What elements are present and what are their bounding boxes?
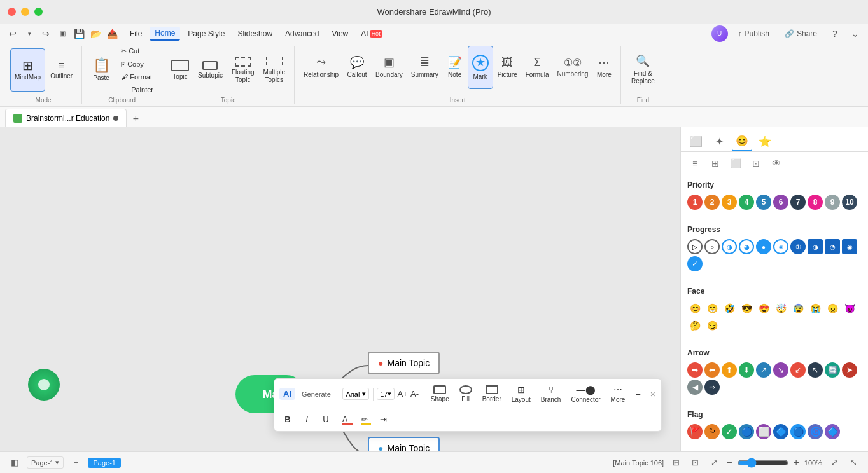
more-insert-button[interactable]: ⋯ More [592, 46, 615, 89]
ai-assistant[interactable] [28, 369, 60, 401]
font-color-button[interactable]: A [337, 411, 353, 427]
tab-brainstorm[interactable]: Brainstormi...r Education [5, 109, 127, 127]
zoom-plus[interactable]: + [794, 457, 799, 469]
topic-button[interactable]: Topic [167, 48, 193, 92]
summary-button[interactable]: ≣ Summary [407, 46, 442, 89]
undo-history[interactable]: ▣ [55, 26, 70, 41]
format-painter-button2[interactable]: Painter [118, 84, 157, 95]
rp-tab-ai[interactable]: ✦ [709, 131, 729, 151]
progress-icon-5[interactable]: ◉ [773, 239, 788, 254]
copy-button[interactable]: ⎘ Copy [118, 58, 157, 70]
rp-tab-image[interactable]: ⬜ [686, 131, 706, 151]
add-page-button[interactable]: + [69, 456, 83, 470]
flag-8[interactable]: 🌀 [808, 424, 823, 439]
shape-tool-button[interactable]: Shape [427, 383, 453, 404]
active-page-tab[interactable]: Page-1 [88, 458, 120, 468]
fullscreen-button[interactable]: ⤢ [707, 456, 721, 470]
mark-button[interactable]: ★ Mark [468, 46, 493, 89]
arrow-8[interactable]: ↖ [808, 362, 823, 378]
more-tool-button[interactable]: ⋯ More [607, 383, 629, 405]
note-button[interactable]: 📝 Note [443, 46, 467, 89]
arrow-7[interactable]: ↙ [790, 362, 806, 378]
toolbar-close[interactable]: × [650, 388, 656, 401]
rp-subtab-grid[interactable]: ⊞ [706, 154, 724, 172]
mindmap-button[interactable]: ⊞ MindMap [10, 48, 45, 92]
priority-icon-5[interactable]: 5 [756, 195, 771, 210]
outliner-button[interactable]: ≡ Outliner [46, 48, 76, 92]
zoom-minus[interactable]: − [726, 457, 732, 469]
relationship-button[interactable]: ⤳ Relationship [300, 46, 342, 89]
rp-subtab-list[interactable]: ≡ [686, 154, 704, 172]
rp-tab-emoji[interactable]: 😊 [732, 131, 752, 151]
format-painter-button[interactable]: 🖌 Format [118, 71, 157, 83]
arrow-10[interactable]: ➤ [842, 362, 857, 378]
increase-font-button[interactable]: A+ [397, 386, 407, 402]
progress-icon-9[interactable]: ◉ [842, 239, 857, 254]
undo-dropdown[interactable]: ▾ [22, 26, 37, 41]
face-10[interactable]: 😈 [842, 301, 857, 316]
priority-icon-7[interactable]: 7 [790, 195, 806, 210]
user-avatar[interactable]: U [711, 25, 728, 42]
arrow-2[interactable]: ⬅ [704, 362, 720, 378]
minimize-button[interactable] [21, 8, 29, 16]
flag-7[interactable]: 🔵 [790, 424, 806, 439]
highlight-button[interactable]: ✏ [356, 411, 372, 427]
font-selector[interactable]: Arial ▾ [342, 388, 368, 400]
topic-2[interactable]: ● Main Topic [368, 437, 440, 451]
arrow-12[interactable]: ⇒ [704, 380, 720, 395]
expand-button[interactable]: ⤢ [827, 456, 841, 470]
face-9[interactable]: 😠 [825, 301, 840, 316]
face-7[interactable]: 😰 [790, 301, 806, 316]
face-6[interactable]: 🤯 [773, 301, 788, 316]
add-tab-button[interactable]: + [128, 111, 143, 127]
topic-1[interactable]: ● Main Topic [368, 352, 440, 374]
face-12[interactable]: 😏 [704, 318, 720, 333]
formula-button[interactable]: Σ Formula [522, 46, 553, 89]
canvas[interactable]: Ma ● Main Topic ● Main Topic AI Generate [0, 127, 680, 451]
arrow-3[interactable]: ⬆ [722, 362, 737, 378]
arrow-1[interactable]: ➡ [687, 362, 703, 378]
face-2[interactable]: 😁 [704, 301, 720, 316]
pin-button[interactable]: − [631, 387, 644, 401]
help-button[interactable]: ? [827, 26, 843, 41]
indent-button[interactable]: ⇥ [375, 411, 391, 427]
progress-icon-1[interactable]: ○ [704, 239, 720, 254]
menu-home[interactable]: Home [150, 27, 180, 41]
paste-button[interactable]: 📋 Paste [87, 48, 115, 92]
priority-icon-3[interactable]: 3 [722, 195, 737, 210]
subtopic-button[interactable]: Subtopic [194, 48, 227, 92]
progress-icon-7[interactable]: ◑ [808, 239, 823, 254]
share-button[interactable]: 🔗 Share [780, 27, 822, 40]
underline-button[interactable]: U [318, 411, 334, 427]
multiple-topics-button[interactable]: MultipleTopics [260, 48, 289, 92]
callout-button[interactable]: 💬 Callout [343, 46, 371, 89]
floating-topic-button[interactable]: FloatingTopic [228, 48, 258, 92]
arrow-9[interactable]: 🔄 [825, 362, 840, 378]
boundary-button[interactable]: ▣ Boundary [372, 46, 407, 89]
rp-subtab-frame[interactable]: ⬜ [727, 154, 745, 172]
priority-icon-2[interactable]: 2 [704, 195, 720, 210]
contract-button[interactable]: ⤡ [846, 456, 860, 470]
menu-advanced[interactable]: Advanced [280, 27, 324, 40]
menu-file[interactable]: File [125, 27, 147, 40]
toggle-panel-button[interactable]: ◧ [8, 456, 22, 470]
menu-ai[interactable]: AI Hot [356, 27, 387, 40]
bold-button[interactable]: B [279, 411, 296, 427]
priority-icon-10[interactable]: 10 [842, 195, 857, 210]
progress-icon-2[interactable]: ◑ [722, 239, 737, 254]
rp-subtab-frame2[interactable]: ⊡ [747, 154, 765, 172]
publish-button[interactable]: ↑ Publish [733, 27, 774, 40]
save-button[interactable]: 💾 [71, 26, 87, 41]
fit-view-button[interactable]: ⊡ [688, 456, 702, 470]
branch-tool-button[interactable]: ⑂ Branch [537, 383, 565, 405]
flag-3[interactable]: ✓ [722, 424, 737, 439]
menu-page-style[interactable]: Page Style [183, 27, 230, 40]
rp-tab-star[interactable]: ⭐ [755, 131, 775, 151]
priority-icon-9[interactable]: 9 [825, 195, 840, 210]
undo-button[interactable]: ↩ [5, 26, 20, 41]
find-replace-button[interactable]: 🔍 Find &Replace [626, 48, 659, 92]
progress-icon-4[interactable]: ● [756, 239, 771, 254]
layout-tool-button[interactable]: ⊞ Layout [508, 383, 535, 405]
close-button[interactable] [8, 8, 16, 16]
face-11[interactable]: 🤔 [687, 318, 703, 333]
